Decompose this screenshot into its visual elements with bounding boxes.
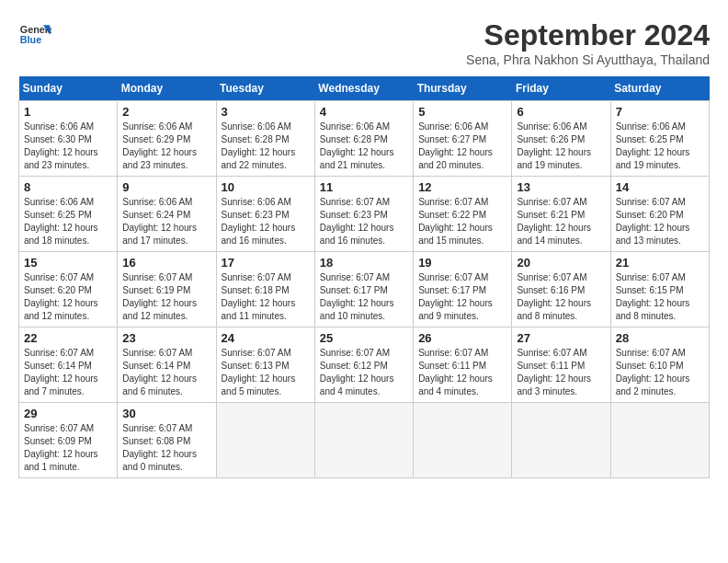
col-header-wednesday: Wednesday [314, 76, 413, 101]
day-number: 30 [122, 407, 210, 420]
day-info: Sunrise: 6:07 AM Sunset: 6:11 PM Dayligh… [517, 347, 605, 398]
calendar-cell: 23 Sunrise: 6:07 AM Sunset: 6:14 PM Dayl… [118, 327, 216, 403]
calendar-cell: 27 Sunrise: 6:07 AM Sunset: 6:11 PM Dayl… [512, 327, 610, 403]
day-info: Sunrise: 6:07 AM Sunset: 6:14 PM Dayligh… [24, 347, 112, 398]
calendar-cell: 25 Sunrise: 6:07 AM Sunset: 6:12 PM Dayl… [314, 327, 413, 403]
day-info: Sunrise: 6:07 AM Sunset: 6:16 PM Dayligh… [517, 271, 605, 323]
col-header-sunday: Sunday [19, 76, 118, 101]
calendar-cell: 5 Sunrise: 6:06 AM Sunset: 6:27 PM Dayli… [414, 101, 512, 177]
day-number: 11 [320, 180, 408, 194]
day-number: 18 [320, 256, 408, 270]
col-header-tuesday: Tuesday [216, 76, 314, 101]
calendar-cell: 13 Sunrise: 6:07 AM Sunset: 6:21 PM Dayl… [512, 177, 610, 252]
day-number: 2 [122, 105, 210, 119]
calendar-cell: 7 Sunrise: 6:06 AM Sunset: 6:25 PM Dayli… [610, 101, 709, 177]
day-number: 21 [616, 256, 704, 270]
col-header-thursday: Thursday [414, 76, 512, 101]
calendar-cell: 15 Sunrise: 6:07 AM Sunset: 6:20 PM Dayl… [19, 252, 118, 327]
day-number: 9 [122, 180, 210, 194]
calendar-cell [610, 403, 709, 478]
day-number: 4 [320, 105, 408, 119]
day-info: Sunrise: 6:07 AM Sunset: 6:09 PM Dayligh… [24, 422, 112, 474]
calendar-cell: 3 Sunrise: 6:06 AM Sunset: 6:28 PM Dayli… [216, 101, 314, 177]
day-number: 16 [122, 256, 210, 270]
day-number: 17 [222, 256, 310, 270]
day-number: 24 [222, 331, 310, 345]
day-number: 8 [24, 180, 112, 194]
calendar-cell: 18 Sunrise: 6:07 AM Sunset: 6:17 PM Dayl… [314, 252, 413, 327]
calendar-cell: 21 Sunrise: 6:07 AM Sunset: 6:15 PM Dayl… [610, 252, 709, 327]
day-number: 19 [418, 256, 506, 270]
location-title: Sena, Phra Nakhon Si Ayutthaya, Thailand [466, 52, 710, 67]
calendar-cell: 11 Sunrise: 6:07 AM Sunset: 6:23 PM Dayl… [314, 177, 413, 252]
day-number: 14 [616, 180, 704, 194]
day-info: Sunrise: 6:06 AM Sunset: 6:25 PM Dayligh… [616, 121, 704, 172]
day-info: Sunrise: 6:07 AM Sunset: 6:18 PM Dayligh… [222, 271, 310, 323]
calendar-cell: 24 Sunrise: 6:07 AM Sunset: 6:13 PM Dayl… [216, 327, 314, 403]
day-number: 29 [24, 407, 112, 420]
day-number: 28 [616, 331, 704, 345]
day-number: 3 [222, 105, 310, 119]
calendar-cell: 26 Sunrise: 6:07 AM Sunset: 6:11 PM Dayl… [414, 327, 512, 403]
title-area: September 2024 Sena, Phra Nakhon Si Ayut… [466, 18, 710, 67]
day-info: Sunrise: 6:07 AM Sunset: 6:23 PM Dayligh… [320, 196, 408, 247]
calendar-cell: 4 Sunrise: 6:06 AM Sunset: 6:28 PM Dayli… [314, 101, 413, 177]
day-info: Sunrise: 6:07 AM Sunset: 6:17 PM Dayligh… [320, 271, 408, 323]
day-info: Sunrise: 6:06 AM Sunset: 6:23 PM Dayligh… [222, 196, 310, 247]
col-header-saturday: Saturday [610, 76, 709, 101]
day-number: 22 [24, 331, 112, 345]
header: General Blue September 2024 Sena, Phra N… [18, 18, 710, 67]
week-row-4: 22 Sunrise: 6:07 AM Sunset: 6:14 PM Dayl… [19, 327, 710, 403]
day-number: 13 [517, 180, 605, 194]
calendar-table: SundayMondayTuesdayWednesdayThursdayFrid… [18, 76, 710, 478]
day-info: Sunrise: 6:07 AM Sunset: 6:20 PM Dayligh… [616, 196, 704, 247]
day-number: 23 [122, 331, 210, 345]
calendar-cell [216, 403, 314, 478]
calendar-cell: 9 Sunrise: 6:06 AM Sunset: 6:24 PM Dayli… [118, 177, 216, 252]
svg-text:Blue: Blue [20, 34, 41, 45]
day-info: Sunrise: 6:06 AM Sunset: 6:28 PM Dayligh… [320, 121, 408, 172]
day-number: 15 [24, 256, 112, 270]
day-info: Sunrise: 6:07 AM Sunset: 6:19 PM Dayligh… [122, 271, 210, 323]
calendar-cell [512, 403, 610, 478]
day-info: Sunrise: 6:07 AM Sunset: 6:22 PM Dayligh… [418, 196, 506, 247]
day-info: Sunrise: 6:07 AM Sunset: 6:17 PM Dayligh… [418, 271, 506, 323]
day-number: 5 [418, 105, 506, 119]
calendar-cell: 16 Sunrise: 6:07 AM Sunset: 6:19 PM Dayl… [118, 252, 216, 327]
logo-icon: General Blue [18, 18, 51, 52]
day-info: Sunrise: 6:06 AM Sunset: 6:27 PM Dayligh… [418, 121, 506, 172]
calendar-cell: 19 Sunrise: 6:07 AM Sunset: 6:17 PM Dayl… [414, 252, 512, 327]
day-info: Sunrise: 6:06 AM Sunset: 6:24 PM Dayligh… [122, 196, 210, 247]
day-number: 6 [517, 105, 605, 119]
day-info: Sunrise: 6:07 AM Sunset: 6:20 PM Dayligh… [24, 271, 112, 323]
week-row-3: 15 Sunrise: 6:07 AM Sunset: 6:20 PM Dayl… [19, 252, 710, 327]
calendar-cell: 28 Sunrise: 6:07 AM Sunset: 6:10 PM Dayl… [610, 327, 709, 403]
calendar-cell: 2 Sunrise: 6:06 AM Sunset: 6:29 PM Dayli… [118, 101, 216, 177]
calendar-cell: 8 Sunrise: 6:06 AM Sunset: 6:25 PM Dayli… [19, 177, 118, 252]
day-info: Sunrise: 6:06 AM Sunset: 6:28 PM Dayligh… [222, 121, 310, 172]
day-info: Sunrise: 6:07 AM Sunset: 6:11 PM Dayligh… [418, 347, 506, 398]
day-info: Sunrise: 6:06 AM Sunset: 6:25 PM Dayligh… [24, 196, 112, 247]
day-number: 27 [517, 331, 605, 345]
day-info: Sunrise: 6:07 AM Sunset: 6:12 PM Dayligh… [320, 347, 408, 398]
day-number: 20 [517, 256, 605, 270]
logo: General Blue [18, 18, 51, 52]
day-info: Sunrise: 6:07 AM Sunset: 6:10 PM Dayligh… [616, 347, 704, 398]
calendar-cell: 6 Sunrise: 6:06 AM Sunset: 6:26 PM Dayli… [512, 101, 610, 177]
calendar-cell: 14 Sunrise: 6:07 AM Sunset: 6:20 PM Dayl… [610, 177, 709, 252]
week-row-2: 8 Sunrise: 6:06 AM Sunset: 6:25 PM Dayli… [19, 177, 710, 252]
calendar-cell: 1 Sunrise: 6:06 AM Sunset: 6:30 PM Dayli… [19, 101, 118, 177]
calendar-cell: 17 Sunrise: 6:07 AM Sunset: 6:18 PM Dayl… [216, 252, 314, 327]
calendar-cell [314, 403, 413, 478]
header-row: SundayMondayTuesdayWednesdayThursdayFrid… [19, 76, 710, 101]
day-info: Sunrise: 6:06 AM Sunset: 6:30 PM Dayligh… [24, 121, 112, 172]
day-info: Sunrise: 6:07 AM Sunset: 6:14 PM Dayligh… [122, 347, 210, 398]
week-row-5: 29 Sunrise: 6:07 AM Sunset: 6:09 PM Dayl… [19, 403, 710, 478]
day-info: Sunrise: 6:07 AM Sunset: 6:15 PM Dayligh… [616, 271, 704, 323]
col-header-friday: Friday [512, 76, 610, 101]
day-info: Sunrise: 6:07 AM Sunset: 6:21 PM Dayligh… [517, 196, 605, 247]
day-info: Sunrise: 6:06 AM Sunset: 6:29 PM Dayligh… [122, 121, 210, 172]
day-info: Sunrise: 6:06 AM Sunset: 6:26 PM Dayligh… [517, 121, 605, 172]
calendar-cell: 20 Sunrise: 6:07 AM Sunset: 6:16 PM Dayl… [512, 252, 610, 327]
calendar-cell: 30 Sunrise: 6:07 AM Sunset: 6:08 PM Dayl… [118, 403, 216, 478]
